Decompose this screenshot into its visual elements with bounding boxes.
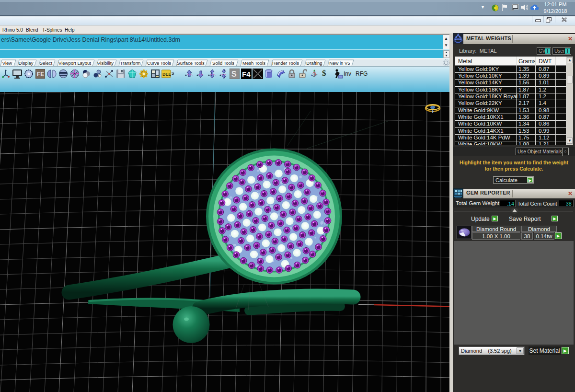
svg-text:New in V5: New in V5 [329,60,350,66]
svg-text:Visibility: Visibility [97,60,114,66]
svg-text:Transform: Transform [120,60,141,66]
svg-text:Render Tools: Render Tools [272,60,299,66]
svg-text:F4: F4 [242,70,251,78]
svg-text:Surface Tools: Surface Tools [177,60,205,66]
svg-text:FE: FE [37,71,44,78]
svg-text:Drafting: Drafting [306,60,322,66]
svg-text:Display: Display [18,60,33,66]
svg-text:Solid Tools: Solid Tools [212,60,234,66]
svg-text:S: S [231,70,237,78]
svg-text:View: View [2,60,12,66]
svg-text:Select: Select [40,60,53,66]
svg-text:DEL: DEL [162,72,171,77]
svg-text:Mesh Tools: Mesh Tools [242,60,265,66]
svg-text:Viewport Layout: Viewport Layout [58,60,91,66]
svg-text:Curve Tools: Curve Tools [147,60,171,66]
